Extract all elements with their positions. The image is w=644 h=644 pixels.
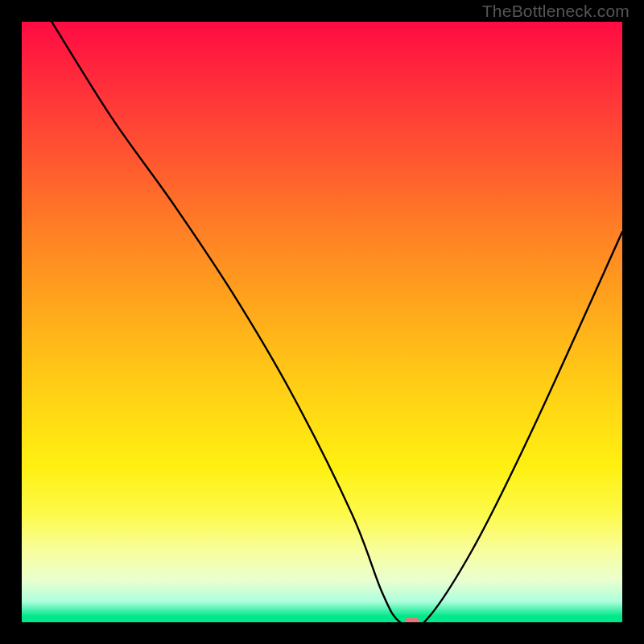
- optimum-marker: [405, 617, 419, 622]
- plot-area: [22, 22, 622, 622]
- bottleneck-curve: [22, 22, 622, 622]
- chart-frame: TheBottleneck.com: [0, 0, 644, 644]
- attribution-text: TheBottleneck.com: [482, 2, 630, 21]
